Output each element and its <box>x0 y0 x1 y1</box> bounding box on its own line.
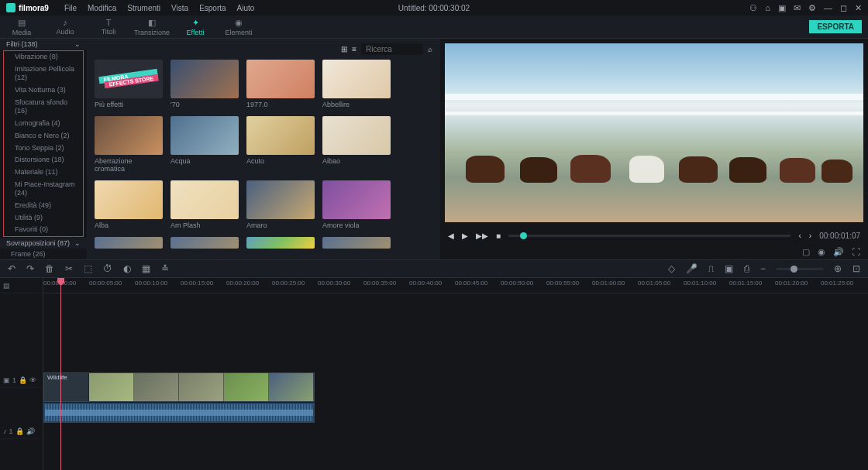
menu-file[interactable]: File <box>64 4 77 12</box>
filter-item[interactable]: Utilità (9) <box>4 212 83 225</box>
crop-icon[interactable]: ⬚ <box>84 263 92 274</box>
marker-icon[interactable]: ◇ <box>668 263 675 274</box>
stop-button[interactable]: ■ <box>496 232 501 240</box>
effect-item[interactable]: Abbellire <box>322 60 391 108</box>
message-icon[interactable]: ✉ <box>794 3 801 13</box>
effect-item[interactable]: Am Plash <box>170 180 239 229</box>
menu-modifica[interactable]: Modifica <box>88 4 116 12</box>
cart-icon[interactable]: ⌂ <box>765 3 770 13</box>
timeline-ruler[interactable]: 00:00:00:0000:00:05:0000:00:10:0000:00:1… <box>43 278 868 293</box>
tab-effetti[interactable]: ✦Effetti <box>174 15 217 39</box>
next-frame-button[interactable]: ▶▶ <box>476 232 488 240</box>
split-icon[interactable]: ✂ <box>65 263 73 274</box>
volume-icon[interactable]: 🔊 <box>833 247 844 257</box>
tab-elementi[interactable]: ◉Elementi <box>217 15 260 39</box>
filter-item[interactable]: Mi Piace-Instagram (24) <box>4 179 83 200</box>
zoom-out-icon[interactable]: − <box>760 263 766 274</box>
titlebar: filmora9 File Modifica Strumenti Vista E… <box>0 0 868 15</box>
music-track[interactable] <box>43 434 868 449</box>
tab-titoli[interactable]: TTitoli <box>87 15 130 39</box>
zoom-in-icon[interactable]: ⊕ <box>834 263 842 274</box>
ruler-mark: 00:00:30:00 <box>318 280 350 286</box>
tab-audio[interactable]: ♪Audio <box>43 15 87 39</box>
effect-item[interactable]: Aibao <box>322 116 391 173</box>
filter-item[interactable]: Sfocatura sfondo (16) <box>4 97 83 118</box>
filter-item[interactable]: Favoriti (0) <box>4 224 83 236</box>
list-view-icon[interactable]: ≡ <box>352 45 356 53</box>
fullscreen-icon[interactable]: ⛶ <box>852 247 860 256</box>
audio-clip[interactable] <box>43 403 315 423</box>
grid-view-icon[interactable]: ⊞ <box>341 45 347 53</box>
prev-frame-button[interactable]: ◀ <box>448 232 454 240</box>
filter-item[interactable]: Frame (26) <box>0 249 87 259</box>
account-icon[interactable]: ⚇ <box>749 3 757 13</box>
delete-icon[interactable]: 🗑 <box>45 263 54 274</box>
zoom-slider[interactable] <box>777 268 823 270</box>
filter-item[interactable]: Materiale (11) <box>4 166 83 179</box>
filter-item[interactable]: Lomografia (4) <box>4 118 83 130</box>
undo-icon[interactable]: ↶ <box>8 263 16 274</box>
mic-icon[interactable]: 🎤 <box>686 263 698 274</box>
timeline-manager-icon[interactable]: ▤ <box>0 278 43 293</box>
lock-icon[interactable]: 🔒 <box>16 427 24 435</box>
effect-item[interactable]: Acqua <box>170 116 239 173</box>
search-icon[interactable]: ⌕ <box>428 45 432 53</box>
ruler-mark: 00:01:25:00 <box>821 280 853 286</box>
video-clip[interactable]: Wildlife <box>43 372 315 402</box>
frame-forward-icon[interactable]: › <box>809 232 811 240</box>
effect-item[interactable]: '70 <box>170 60 239 108</box>
audio-track-header[interactable]: ♪ 1 🔒 🔊 <box>0 424 43 439</box>
video-track[interactable]: Wildlife <box>43 372 868 402</box>
speed-icon[interactable]: ⏱ <box>103 263 112 274</box>
tab-transizione[interactable]: ◧Transizione <box>130 15 174 39</box>
minimize-icon[interactable]: — <box>824 3 832 13</box>
color-icon[interactable]: ◐ <box>123 263 131 274</box>
filter-item[interactable]: Tono Seppia (2) <box>4 142 83 155</box>
search-input[interactable] <box>361 43 423 55</box>
filter-item[interactable]: Imitazione Pellicola (12) <box>4 63 83 84</box>
notify-icon[interactable]: ▣ <box>778 3 786 13</box>
frame-back-icon[interactable]: ‹ <box>798 232 801 240</box>
effect-item[interactable]: Amore viola <box>322 180 391 229</box>
display-icon[interactable]: ▢ <box>802 247 810 257</box>
settings-icon[interactable]: ⚙ <box>808 3 816 13</box>
menu-vista[interactable]: Vista <box>171 4 188 12</box>
effect-item[interactable]: Alba <box>95 180 163 229</box>
playback-progress[interactable] <box>508 235 790 237</box>
effect-item[interactable]: Acuto <box>246 116 315 173</box>
filter-item[interactable]: Vibrazione (8) <box>4 51 83 63</box>
filter-group-sovrapposizioni[interactable]: Sovrapposizioni (87) ⌄ <box>0 238 87 249</box>
snapshot-icon[interactable]: ◉ <box>818 247 825 257</box>
filter-item[interactable]: Distorsione (18) <box>4 154 83 166</box>
effect-item[interactable]: Aberrazione cromatica <box>95 116 163 173</box>
redo-icon[interactable]: ↷ <box>26 263 34 274</box>
menu-aiuto[interactable]: Aiuto <box>237 4 255 12</box>
close-icon[interactable]: ✕ <box>855 3 862 13</box>
playhead[interactable] <box>60 278 61 470</box>
filter-item[interactable]: Vita Notturna (3) <box>4 84 83 97</box>
filter-group-filtri[interactable]: Filtri (138) ⌄ <box>0 39 87 50</box>
video-track-header[interactable]: ▣ 1 🔒 👁 <box>0 372 43 388</box>
lock-icon[interactable]: 🔒 <box>19 376 27 384</box>
visibility-icon[interactable]: 👁 <box>29 376 36 384</box>
filter-item[interactable]: Eredità (49) <box>4 200 83 212</box>
export-button[interactable]: ESPORTA <box>809 20 862 33</box>
filter-item[interactable]: Bianco e Nero (2) <box>4 130 83 142</box>
effect-item[interactable]: FILMORAEFFECTS STOREPiù effetti <box>95 60 163 108</box>
greenscreen-icon[interactable]: ▦ <box>142 263 150 274</box>
maximize-icon[interactable]: ◻ <box>840 3 847 13</box>
timeline-main[interactable]: 00:00:00:0000:00:05:0000:00:10:0000:00:1… <box>43 278 868 470</box>
effect-item[interactable]: 1977.0 <box>246 60 315 108</box>
preview-video[interactable] <box>445 43 863 222</box>
tab-media[interactable]: ▤Media <box>0 15 43 39</box>
menu-esporta[interactable]: Esporta <box>199 4 226 12</box>
adjust-icon[interactable]: ≛ <box>161 263 169 274</box>
play-button[interactable]: ▶ <box>462 232 468 240</box>
effect-item[interactable]: Amaro <box>246 180 315 229</box>
mixer-icon[interactable]: ⎍ <box>708 263 714 274</box>
render-icon[interactable]: ▣ <box>725 263 733 274</box>
zoom-fit-icon[interactable]: ⊡ <box>852 263 860 274</box>
menu-strumenti[interactable]: Strumenti <box>127 4 160 12</box>
export-icon[interactable]: ⎙ <box>744 263 749 274</box>
mute-icon[interactable]: 🔊 <box>26 427 35 435</box>
